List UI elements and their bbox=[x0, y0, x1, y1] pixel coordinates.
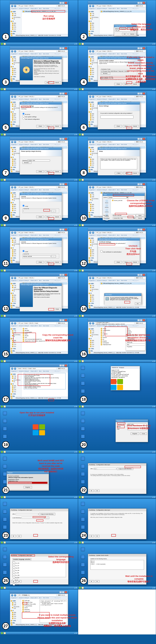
file-row[interactable]: VW bbox=[22, 336, 67, 338]
nav-group[interactable]: 网络 bbox=[89, 350, 99, 352]
start-button[interactable] bbox=[1, 315, 3, 317]
close-button[interactable]: × bbox=[65, 228, 67, 230]
lang-checkbox[interactable] bbox=[13, 562, 15, 564]
desktop-icon[interactable] bbox=[81, 555, 85, 559]
desktop-icon[interactable] bbox=[3, 464, 7, 468]
toolbar-item[interactable]: Organize ▾ bbox=[89, 144, 95, 145]
wizard-button[interactable]: Next > bbox=[123, 125, 130, 128]
nav-item[interactable]: 下载 bbox=[89, 284, 99, 286]
wizard-button[interactable]: Next > bbox=[123, 83, 130, 85]
nav-group[interactable]: 计算机 bbox=[89, 257, 99, 259]
search-field[interactable]: 搜索 VW (F) bbox=[57, 186, 67, 188]
forward-button[interactable] bbox=[14, 141, 16, 143]
toolbar-item[interactable]: ⋮⋮⋮ ▾ ❘❘❘ ? bbox=[128, 8, 138, 9]
close-button[interactable]: × bbox=[143, 319, 145, 321]
browse-button[interactable]: ... bbox=[45, 516, 49, 519]
path-field[interactable]: « PC_up > Crack > VW (F) > bbox=[17, 232, 56, 234]
wizard-button[interactable]: Next > bbox=[45, 261, 52, 264]
toolbar-item[interactable]: Share with ▾ bbox=[108, 325, 116, 326]
nav-item[interactable]: 最近访问的位置 bbox=[89, 152, 99, 156]
desktop-icon[interactable] bbox=[3, 571, 7, 574]
taskbar-item[interactable] bbox=[82, 587, 84, 589]
nav-group[interactable]: 收藏夹 bbox=[11, 237, 21, 239]
toolbar-item[interactable]: Organize ▾ bbox=[11, 325, 17, 326]
nav-item[interactable]: 桌面 bbox=[11, 286, 21, 288]
toolbar-item[interactable]: New folder bbox=[121, 8, 127, 9]
forward-button[interactable]: ➡ bbox=[17, 535, 22, 537]
desktop-icon[interactable] bbox=[3, 435, 7, 438]
toolbar-item[interactable]: Include in library ▾ bbox=[97, 280, 107, 281]
nav-item[interactable]: 文档 bbox=[89, 253, 99, 255]
toolbar-item[interactable]: Share with ▾ bbox=[30, 597, 38, 598]
path-field[interactable]: « PC_up > Crack > VW (F) > bbox=[95, 277, 134, 279]
minimize-button[interactable]: ─ bbox=[59, 183, 62, 185]
context-item[interactable]: Customize this folder... bbox=[126, 335, 145, 336]
search-field[interactable]: 搜索 VW (F) bbox=[135, 322, 145, 324]
toolbar-item[interactable]: New folder bbox=[121, 280, 127, 281]
wizard-button[interactable]: Install bbox=[123, 172, 130, 174]
nav-group[interactable]: 库 bbox=[89, 247, 99, 249]
nav-item[interactable]: 音乐 bbox=[89, 255, 99, 257]
nav-group[interactable]: 收藏夹 bbox=[89, 237, 99, 239]
desktop-icon[interactable] bbox=[3, 411, 7, 415]
toolbar-item[interactable]: Burn bbox=[39, 280, 42, 281]
nav-item[interactable]: 桌面 bbox=[11, 241, 21, 243]
nav-item[interactable]: 桌面 bbox=[11, 377, 21, 379]
toolbar-item[interactable]: Organize ▾ bbox=[11, 234, 17, 236]
back-button[interactable] bbox=[11, 368, 13, 370]
toolbar-item[interactable]: ⋮⋮⋮ ▾ ❘❘❘ ? bbox=[50, 234, 60, 236]
nav-group[interactable]: 收藏夹 bbox=[89, 192, 99, 194]
nav-item[interactable]: 图片 bbox=[89, 206, 99, 208]
filter-select[interactable]: License file (*.dat) bbox=[113, 217, 135, 219]
forward-button[interactable] bbox=[92, 232, 94, 234]
forward-button[interactable] bbox=[14, 186, 16, 188]
context-item[interactable]: View bbox=[126, 328, 145, 330]
file-row[interactable]: OffboardDiagSetup-Service_VWMCD_2_3_6_CN bbox=[100, 282, 145, 284]
path-field[interactable]: « PC_up > Crack > VW (F) > bbox=[95, 186, 134, 188]
lang-checkbox[interactable] bbox=[13, 571, 15, 573]
nav-item[interactable]: 视频 bbox=[89, 294, 99, 296]
url-input[interactable] bbox=[94, 468, 116, 470]
toolbar-item[interactable]: Include in library ▾ bbox=[97, 8, 107, 9]
desktop-icon[interactable] bbox=[3, 555, 7, 559]
register-button[interactable]: Register bbox=[131, 432, 139, 435]
toolbar-item[interactable]: Organize ▾ bbox=[89, 8, 95, 9]
nav-item[interactable]: 视频 bbox=[89, 249, 99, 251]
toolbar-item[interactable]: New folder bbox=[121, 98, 127, 100]
desktop-icon[interactable] bbox=[81, 518, 85, 521]
close-button[interactable]: × bbox=[65, 274, 67, 276]
wizard-button[interactable]: Next > bbox=[123, 261, 130, 264]
wizard-button[interactable]: < Back bbox=[36, 170, 44, 173]
toolbar-item[interactable]: ⋮⋮⋮ ▾ ❘❘❘ ? bbox=[50, 370, 60, 372]
toolbar-item[interactable]: New folder bbox=[43, 53, 49, 54]
forward-button[interactable] bbox=[14, 368, 16, 370]
nav-item[interactable]: 桌面 bbox=[11, 604, 20, 606]
nav-group[interactable]: 库 bbox=[11, 247, 21, 249]
taskbar-item[interactable] bbox=[4, 451, 6, 453]
path-field[interactable]: « PC_up > Crack > VW (F) > bbox=[17, 96, 56, 98]
maximize-button[interactable]: □ bbox=[62, 274, 64, 276]
nav-item[interactable]: 图片 bbox=[89, 296, 99, 298]
back-button[interactable]: ⬅ bbox=[11, 535, 16, 537]
nav-item[interactable]: 文档 bbox=[89, 208, 99, 210]
search-field[interactable]: 搜索 VW (F) bbox=[57, 322, 67, 324]
desktop-icon[interactable] bbox=[81, 464, 85, 468]
nav-group[interactable]: 库 bbox=[89, 202, 99, 204]
toolbar-item[interactable]: ⋮⋮⋮ ▾ ❘❘❘ ? bbox=[128, 144, 138, 145]
proxy-radio[interactable] bbox=[22, 113, 25, 115]
toolbar-item[interactable]: Burn bbox=[39, 8, 42, 9]
minimize-button[interactable]: ─ bbox=[59, 2, 62, 4]
desktop-icon[interactable] bbox=[3, 525, 7, 529]
close-button[interactable]: × bbox=[143, 92, 145, 94]
search-field[interactable]: 搜索 VW (F) bbox=[57, 594, 67, 596]
wizard-button[interactable]: Cancel bbox=[53, 261, 61, 264]
toolbar-item[interactable]: Burn bbox=[39, 189, 42, 190]
file-row[interactable]: workspace bbox=[100, 342, 126, 344]
license-radio[interactable] bbox=[22, 250, 25, 252]
nav-item[interactable]: 下载 bbox=[11, 148, 21, 150]
toolbar-item[interactable]: New folder bbox=[43, 8, 49, 9]
file-row[interactable]: ProgramData bbox=[22, 605, 40, 607]
cancel-button[interactable]: Cancel bbox=[128, 33, 136, 35]
search-field[interactable]: 搜索 VW (F) bbox=[57, 232, 67, 234]
toolbar-item[interactable]: Burn bbox=[117, 144, 120, 145]
